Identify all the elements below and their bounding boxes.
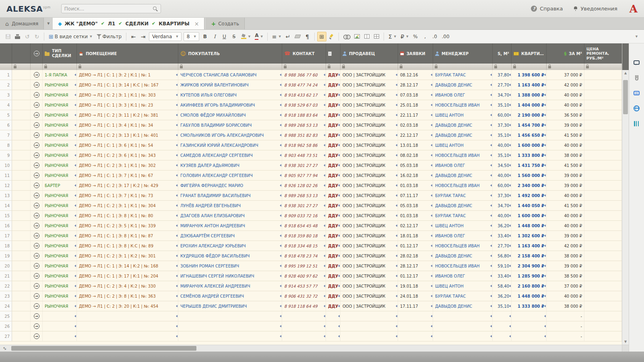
cell-price[interactable]: 1 454 700 ₽ (512, 120, 547, 130)
underline-button[interactable]: U (220, 32, 229, 41)
close-tab-icon[interactable]: × (194, 21, 199, 27)
cell-contact[interactable]: 8 938 301 27 27 (282, 160, 326, 170)
create-tab-button[interactable]: +Создать (206, 18, 245, 29)
cell-seller[interactable]: ООО | ЗАСТРОЙЩИК (341, 221, 398, 230)
cell-spacer[interactable] (12, 90, 31, 100)
cell-arrow[interactable]: → (31, 211, 43, 220)
cell-arrow[interactable]: → (31, 311, 43, 321)
row-number[interactable]: 21 (0, 271, 12, 281)
borders-button[interactable]: ⊞ (317, 32, 326, 41)
cell-contact[interactable]: 8 918 188 83 64 (282, 110, 326, 120)
cell-arrow[interactable]: → (31, 221, 43, 230)
open-row-icon[interactable]: → (34, 82, 39, 88)
cell-type[interactable] (43, 321, 77, 331)
cell-arrow[interactable]: → (31, 171, 43, 180)
cell-price_m2[interactable]: 40 000 ₽ (547, 191, 584, 200)
cell-date[interactable] (398, 321, 433, 331)
tab-home[interactable]: ⌂Домашняя (0, 18, 44, 29)
column-header-price_m2[interactable]: §ЗА М² (547, 43, 584, 64)
cell-spacer[interactable] (12, 301, 31, 311)
filter-button[interactable]: Фильтр (95, 32, 124, 41)
cell-room[interactable]: ДЕМО → Л1 | С: 2 | Э: 5 | К:1 | №: 339 (77, 221, 178, 230)
cell-arrow[interactable]: → (31, 271, 43, 281)
cell-manager[interactable]: ДАВЫДОВ ДЕНИС (433, 130, 493, 140)
cell-price[interactable]: 1 492 000 ₽ (512, 191, 547, 200)
cell-s[interactable]: 40,00 (493, 171, 512, 180)
cell-arrow[interactable]: → (31, 70, 43, 80)
cell-type[interactable]: РЫНОЧНАЯ (43, 191, 77, 200)
comma-button[interactable]: , (421, 32, 430, 41)
cell-doc[interactable]: ДДУ (326, 181, 341, 190)
row-number[interactable]: 14 (0, 201, 12, 210)
cell-s[interactable]: 60,00 (493, 110, 512, 120)
cell-spacer[interactable] (12, 251, 31, 261)
cell-contact[interactable]: 8 918 359 80 18 (282, 231, 326, 241)
cell-type[interactable]: РЫНОЧНАЯ (43, 120, 77, 130)
column-header-doc[interactable] (326, 43, 341, 64)
cell-contact[interactable]: 8 914 453 57 77 (282, 281, 326, 291)
open-row-icon[interactable]: → (34, 303, 39, 309)
cell-contact[interactable] (282, 311, 326, 321)
cell-price[interactable]: 1 302 600 ₽ (512, 231, 547, 241)
row-number[interactable]: 27 (0, 331, 12, 341)
cell-manager[interactable]: НОВОСЕЛЬЦЕВ ИВАН (433, 241, 493, 251)
cell-price[interactable]: 2 158 400 ₽ (512, 251, 547, 261)
cell-spacer[interactable] (12, 191, 31, 200)
sum-button[interactable]: Σ▼ (386, 32, 398, 41)
cell-doc[interactable]: ДДУ (326, 70, 341, 80)
cell-doc[interactable]: ДДУ (326, 271, 341, 281)
cell-price_m2[interactable]: 40 000 ₽ (547, 291, 584, 301)
scroll-down-button[interactable]: ▼ (622, 339, 629, 345)
cell-manager[interactable]: БУРЛАК ТАРАС (433, 291, 493, 301)
cell-price_m2[interactable]: 39 000 ₽ (547, 120, 584, 130)
cell-price[interactable]: 1 163 400 ₽ (512, 241, 547, 251)
currency-button[interactable]: ₽▼ (398, 32, 410, 41)
cell-manager[interactable]: ДАВЫДОВ ДЕНИС (433, 120, 493, 130)
bold-button[interactable]: B (200, 32, 210, 41)
cell-room[interactable]: ДЕМО → Л1 | С: 1 | Э: 14 | К:С | №: 167 (77, 80, 178, 90)
cell-repair[interactable] (584, 271, 622, 281)
cell-price[interactable]: 1 404 000 ₽ (512, 100, 547, 110)
cell-manager[interactable]: ИВАНОВ ОЛЕГ (433, 90, 493, 100)
row-number[interactable]: 7 (0, 130, 12, 140)
cell-manager[interactable]: БУРЛАК ТАРАС (433, 191, 493, 200)
cell-doc[interactable]: ДДУ (326, 120, 341, 130)
format-marks-button[interactable]: ¶ (303, 32, 312, 41)
cell-price_m2[interactable]: 39 000 ₽ (547, 261, 584, 271)
row-number[interactable]: 10 (0, 160, 12, 170)
lock-icon[interactable] (342, 66, 345, 68)
cell-arrow[interactable]: → (31, 241, 43, 251)
cell-s[interactable]: 40,00 (493, 140, 512, 150)
cell-contact[interactable]: 8 909 033 72 16 (282, 211, 326, 220)
attachment-button[interactable] (633, 74, 641, 81)
lock-icon[interactable] (14, 66, 17, 68)
cell-price_m2[interactable]: - (547, 321, 584, 331)
undo-button[interactable]: ↺ (23, 32, 32, 41)
cell-manager[interactable] (433, 331, 493, 341)
cell-arrow[interactable]: → (31, 321, 43, 331)
cell-buyer[interactable]: САМЕДОВ АЛЕКСАНДР СЕРГЕЕВИЧ (178, 150, 282, 160)
cell-doc[interactable]: ДДУ (326, 251, 341, 261)
cell-price[interactable]: 2 340 000 ₽ (512, 181, 547, 190)
cell-s[interactable] (493, 321, 512, 331)
cell-price_m2[interactable]: 37 000 ₽ (547, 281, 584, 291)
cell-price[interactable]: 1 285 900 ₽ (512, 271, 547, 281)
cell-room[interactable] (77, 331, 178, 341)
cell-price[interactable]: 1 600 000 ₽ (512, 211, 547, 220)
cell-price_m2[interactable]: 40 000 ₽ (547, 221, 584, 230)
cell-manager[interactable]: ИВАНОВ ОЛЕГ (433, 160, 493, 170)
cell-s[interactable]: 27,70 (493, 80, 512, 90)
font-size-select[interactable]: 8▼ (184, 32, 199, 41)
cell-date[interactable]: 18.01.18 (398, 231, 433, 241)
cell-doc[interactable]: ДДУ (326, 291, 341, 301)
lock-icon[interactable] (435, 66, 438, 68)
cell-price_m2[interactable]: 41 500 ₽ (547, 201, 584, 210)
cell-room[interactable]: ДЕМО → Л1 | С: 1 | Э: 14 | К:2 | №: 168 (77, 261, 178, 271)
cell-type[interactable] (43, 331, 77, 341)
search-input[interactable] (64, 6, 153, 12)
cell-room[interactable]: ДЕМО → Л1 | С: 1 | Э: 8 | К:1 | №: 80 (77, 211, 178, 220)
cell-seller[interactable]: ООО | ЗАСТРОЙЩИК (341, 241, 398, 251)
cell-price_m2[interactable]: 42 000 ₽ (547, 241, 584, 251)
cell-arrow[interactable]: → (31, 160, 43, 170)
cell-date[interactable]: 24.01.18 (398, 291, 433, 301)
